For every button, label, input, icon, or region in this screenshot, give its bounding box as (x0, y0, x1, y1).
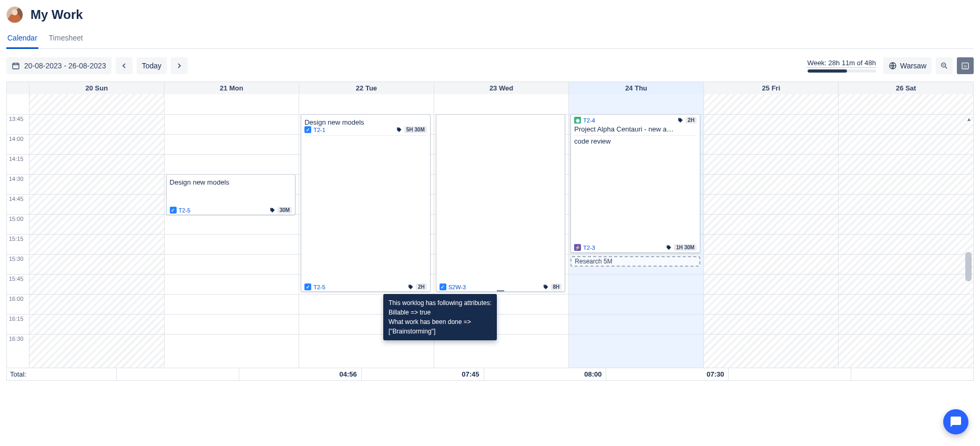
timezone-label: Warsaw (900, 62, 926, 70)
event-title: Design new models (304, 118, 427, 126)
issue-key: T2-5 (313, 284, 325, 290)
issue-key: T2-1 (313, 127, 325, 133)
day-header-fri[interactable]: 25 Fri (703, 82, 839, 94)
task-icon: ✓ (304, 283, 311, 290)
tooltip-line: What work has been done => (389, 317, 492, 327)
task-icon: ✓ (170, 207, 177, 214)
week-progress-bar (808, 69, 876, 73)
day-header-wed[interactable]: 23 Wed (434, 82, 569, 94)
user-avatar[interactable] (6, 6, 23, 23)
total-tue: 07:45 (361, 368, 484, 380)
time-slot: 15:30 (7, 254, 29, 274)
event-title: Design new models (170, 178, 292, 186)
tab-calendar[interactable]: Calendar (6, 31, 38, 49)
week-summary: Week: 28h 11m of 48h (807, 59, 876, 73)
day-column-fri[interactable] (703, 94, 839, 368)
tooltip-line: ["Brainstorming"] (389, 327, 492, 336)
draft-label: Research 5M (575, 258, 612, 265)
jump-to-date-button[interactable]: 31 (957, 57, 974, 74)
scroll-up-arrow[interactable]: ▲ (966, 116, 972, 122)
svg-rect-0 (13, 63, 19, 69)
time-slot: 14:30 (7, 174, 29, 194)
day-column-mon[interactable]: Design new models ✓T2-5 30M (164, 94, 299, 368)
day-header-sat[interactable]: 26 Sat (838, 82, 973, 94)
time-slot: 14:15 (7, 154, 29, 174)
tag-icon (666, 245, 672, 251)
total-fri (728, 368, 851, 380)
date-range-button[interactable]: 20-08-2023 - 26-08-2023 (6, 57, 111, 74)
page-title: My Work (30, 7, 83, 22)
zoom-out-button[interactable] (936, 57, 953, 74)
prev-week-button[interactable] (116, 57, 132, 74)
tooltip-line: This worklog has following attributes: (389, 298, 492, 308)
worklog-draft[interactable]: Research 5M (570, 256, 700, 267)
today-button[interactable]: Today (137, 57, 167, 74)
calendar-31-icon: 31 (961, 62, 969, 70)
time-slot: 15:45 (7, 274, 29, 294)
tooltip-line: Billable => true (389, 308, 492, 317)
epic-icon: ⚡ (574, 244, 581, 251)
calendar: 20 Sun 21 Mon 22 Tue 23 Wed 24 Thu 25 Fr… (6, 82, 974, 381)
total-wed: 08:00 (484, 368, 606, 380)
total-sun (116, 368, 239, 380)
worklog-event[interactable]: ✓T2-1 5H 30M Design new models ✓T2-5 2H (301, 114, 431, 292)
time-slot: 15:15 (7, 234, 29, 254)
event-subtitle: code review (574, 137, 697, 145)
day-header-tue[interactable]: 22 Tue (299, 82, 434, 94)
time-slot: 16:15 (7, 314, 29, 334)
worklog-event[interactable]: Design new models ✓T2-5 30M (166, 174, 296, 215)
day-header-mon[interactable]: 21 Mon (164, 82, 299, 94)
day-header-thu[interactable]: 24 Thu (568, 82, 703, 94)
worklog-event[interactable]: ✓S2W-3 8H (436, 114, 566, 292)
globe-icon (889, 62, 897, 70)
event-duration: 2H (686, 117, 697, 124)
chevron-left-icon (120, 62, 128, 70)
svg-text:31: 31 (964, 65, 967, 68)
task-icon: ✓ (440, 283, 446, 290)
view-tabs: Calendar Timesheet (6, 28, 974, 49)
timezone-button[interactable]: Warsaw (883, 57, 932, 74)
total-sat (851, 368, 973, 380)
scrollbar-thumb[interactable] (965, 252, 972, 281)
day-column-sat[interactable] (838, 94, 973, 368)
chevron-right-icon (175, 62, 183, 70)
time-column: 13:45 14:00 14:15 14:30 14:45 15:00 15:1… (7, 94, 29, 368)
story-icon: ◉ (574, 117, 581, 124)
tag-icon (677, 117, 683, 124)
time-slot: 16:00 (7, 294, 29, 314)
totals-row: Total: 04:56 07:45 08:00 07:30 (7, 368, 973, 380)
issue-key: T2-4 (583, 117, 595, 124)
tab-timesheet[interactable]: Timesheet (48, 31, 84, 48)
day-header-sun[interactable]: 20 Sun (29, 82, 164, 94)
zoom-out-icon (940, 62, 948, 70)
day-column-sun[interactable] (29, 94, 164, 368)
event-duration: 5H 30M (404, 126, 427, 133)
time-slot: 13:45 (7, 114, 29, 134)
event-duration: 2H (416, 283, 427, 290)
date-range-label: 20-08-2023 - 26-08-2023 (24, 62, 106, 70)
event-duration: 1H 30M (674, 244, 697, 251)
event-title: Project Alpha Centauri - new a… (574, 125, 697, 133)
worklog-tooltip: This worklog has following attributes: B… (383, 294, 497, 340)
time-slot: 14:00 (7, 134, 29, 154)
resize-handle[interactable] (497, 290, 504, 292)
event-duration: 8H (551, 283, 562, 290)
total-label: Total: (7, 368, 116, 380)
issue-key: T2-3 (583, 245, 595, 251)
worklog-event[interactable]: ◉T2-4 2H Project Alpha Centauri - new a…… (570, 114, 700, 253)
tag-icon (543, 284, 549, 290)
time-slot: 15:00 (7, 214, 29, 234)
day-column-thu[interactable]: ◉T2-4 2H Project Alpha Centauri - new a…… (568, 94, 703, 368)
issue-key: S2W-3 (448, 284, 466, 290)
total-mon: 04:56 (239, 368, 361, 380)
tag-icon (269, 207, 275, 214)
tag-icon (407, 284, 414, 290)
time-slot: 16:30 (7, 334, 29, 354)
time-slot: 14:45 (7, 194, 29, 214)
total-thu: 07:30 (606, 368, 728, 380)
next-week-button[interactable] (171, 57, 188, 74)
event-duration: 30M (278, 207, 292, 214)
issue-key: T2-5 (179, 207, 191, 214)
week-summary-label: Week: 28h 11m of 48h (807, 59, 876, 68)
task-icon: ✓ (304, 126, 311, 133)
